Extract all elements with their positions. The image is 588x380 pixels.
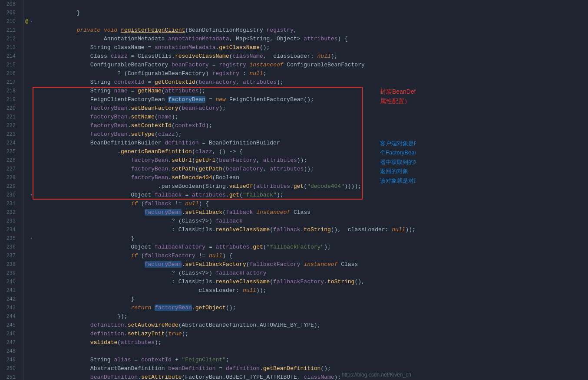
code-line-210: private void registerFeignClient(BeanDef… bbox=[36, 17, 416, 26]
code-line-232: ? (Class<?>) fallback bbox=[36, 208, 416, 217]
code-line-209 bbox=[36, 9, 416, 17]
code-line-215: ? (ConfigurableBeanFactory) registry : n… bbox=[36, 61, 416, 69]
code-line-235: Object fallbackFactory = attributes.get(… bbox=[36, 234, 416, 243]
code-line-222: factoryBean.setType(clazz); bbox=[36, 121, 416, 130]
code-line-245: definition.setLazyInit(true); bbox=[36, 321, 416, 330]
at-icon: @ bbox=[25, 17, 28, 26]
code-line-229: Object fallback = attributes.get("fallba… bbox=[36, 182, 416, 191]
code-line-240: classLoader: null)); bbox=[36, 278, 416, 286]
code-line-238: ? (Class<?>) fallbackFactory bbox=[36, 260, 416, 269]
code-line-230: if (fallback != null) { bbox=[36, 191, 416, 200]
code-line-237: factoryBean.setFallbackFactory(fallbackF… bbox=[36, 252, 416, 260]
code-line-223: BeanDefinitionBuilder definition = BeanD… bbox=[36, 130, 416, 139]
code-line-247 bbox=[36, 338, 416, 347]
code-line-244: definition.setAutowireMode(AbstractBeanD… bbox=[36, 312, 416, 321]
code-line-221: factoryBean.setContextId(contextId); bbox=[36, 113, 416, 121]
code-line-211: AnnotationMetadata annotationMetadata, M… bbox=[36, 26, 416, 35]
code-line-233: : ClassUtils.resolveClassName(fallback.t… bbox=[36, 217, 416, 226]
code-line-242: return factoryBean.getObject(); bbox=[36, 295, 416, 304]
code-line-234: } bbox=[36, 226, 416, 234]
code-line-213: Class clazz = ClassUtils.resolveClassNam… bbox=[36, 43, 416, 52]
line-numbers: 208 209 210 211 212 213 214 215 216 217 … bbox=[0, 0, 24, 380]
editor-container: 208 209 210 211 212 213 214 215 216 217 … bbox=[0, 0, 588, 380]
code-line-225: factoryBean.setUrl(getUrl(beanFactory, a… bbox=[36, 147, 416, 156]
code-line-236: if (fallbackFactory != null) { bbox=[36, 243, 416, 252]
annotation-1: 封装BeanDefinition对象（根据@FeignClient注解中的属性配… bbox=[380, 87, 416, 106]
code-line-212: String className = annotationMetadata.ge… bbox=[36, 35, 416, 43]
code-line-214: ConfigurableBeanFactory beanFactory = re… bbox=[36, 52, 416, 61]
code-line-239: : ClassUtils.resolveClassName(fallbackFa… bbox=[36, 269, 416, 278]
code-line-220: factoryBean.setName(name); bbox=[36, 104, 416, 113]
code-line-227: factoryBean.setDecode404(Boolean bbox=[36, 165, 416, 174]
code-line-208: } bbox=[36, 0, 416, 9]
code-line-226: factoryBean.setPath(getPath(beanFactory,… bbox=[36, 156, 416, 165]
code-line-217: String name = getName(attributes); bbox=[36, 78, 416, 87]
code-line-216: String contextId = getContextId(beanFact… bbox=[36, 69, 416, 78]
code-line-248: String alias = contextId + "FeignClient"… bbox=[36, 347, 416, 356]
code-line-231: factoryBean.setFallback(fallback instanc… bbox=[36, 200, 416, 208]
code-line-241: } bbox=[36, 286, 416, 295]
code-line-228: .parseBoolean(String.valueOf(attributes.… bbox=[36, 174, 416, 182]
watermark: https://blog.csdn.net/Kiven_ch bbox=[342, 372, 411, 378]
code-line-224: .genericBeanDefinition(clazz, () -> { bbox=[36, 139, 416, 147]
code-line-246: validate(attributes); bbox=[36, 330, 416, 338]
code-line-218: FeignClientFactoryBean factoryBean = new… bbox=[36, 87, 416, 95]
code-line-243: }); bbox=[36, 304, 416, 312]
code-line-219: factoryBean.setBeanFactory(beanFactory); bbox=[36, 95, 416, 104]
annotation-2: 客户端对象是FeignClientFactoryBean，是一个FactoryB… bbox=[380, 139, 416, 185]
code-line-249: AbstractBeanDefinition beanDefinition = … bbox=[36, 356, 416, 364]
code-area: } private void registerFeignClient(BeanD… bbox=[33, 0, 416, 380]
